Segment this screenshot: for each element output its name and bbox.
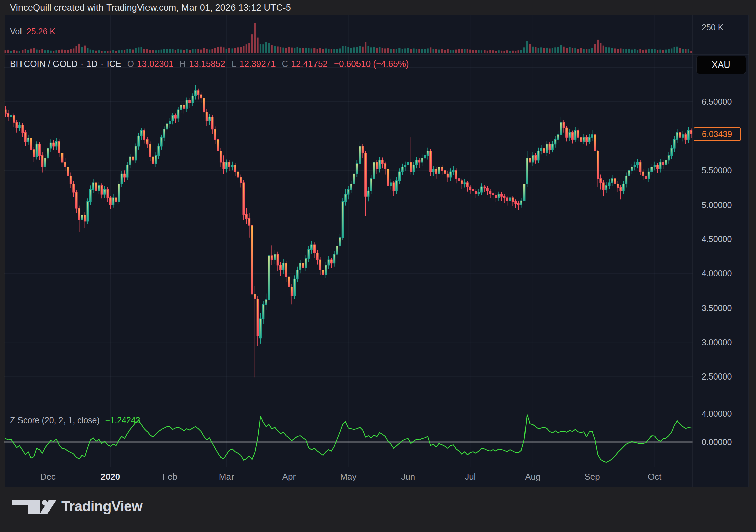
volume-legend-label: Vol (10, 27, 22, 36)
time-axis-label: Jul (465, 472, 476, 482)
tradingview-logo[interactable]: TradingView (12, 498, 142, 515)
currency-unit-button[interactable]: XAU (696, 56, 746, 74)
price-axis-tick: 2.50000 (702, 372, 732, 382)
zscore-legend-label[interactable]: Z Score (20, 2, 1, close) (10, 415, 100, 425)
time-axis-label: Sep (584, 472, 600, 482)
exchange-label: ICE (107, 59, 121, 69)
time-axis-label: Apr (282, 472, 296, 482)
low-value: 12.39271 (239, 59, 276, 69)
time-axis-label: Aug (525, 472, 540, 482)
zscore-axis-tick: 0.00000 (702, 437, 732, 447)
high-label: H (179, 59, 186, 69)
price-axis-tick: 4.50000 (702, 234, 732, 244)
price-axis-tick: 3.00000 (702, 338, 732, 347)
attribution-header: VinceQuill created with TradingView.com,… (10, 3, 291, 13)
open-label: O (127, 59, 134, 69)
chart-canvas[interactable] (0, 0, 756, 532)
symbol-name[interactable]: BITCOIN / GOLD (10, 59, 78, 69)
interval-label[interactable]: 1D (86, 59, 97, 69)
change-value: −0.60510 (−4.65%) (334, 59, 409, 69)
volume-axis-tick: 250 K (702, 23, 723, 32)
high-value: 13.15852 (189, 59, 225, 69)
price-axis-tick: 3.50000 (702, 303, 732, 313)
close-label: C (282, 59, 288, 69)
zscore-legend-value: −1.24243 (105, 415, 140, 425)
volume-legend: Vol 25.26 K (10, 27, 55, 36)
time-axis-label: Mar (219, 472, 234, 482)
time-axis-label: Oct (648, 472, 661, 482)
time-axis-label: 2020 (100, 472, 120, 482)
time-axis-label: Dec (40, 472, 56, 482)
volume-legend-value: 25.26 K (27, 27, 55, 36)
tradingview-logo-text: TradingView (61, 498, 142, 515)
time-axis-label: Feb (162, 472, 177, 482)
symbol-legend: BITCOIN / GOLD · 1D · ICE O 13.02301 H 1… (10, 59, 409, 69)
zscore-axis-tick: 4.00000 (702, 409, 732, 419)
zscore-legend: Z Score (20, 2, 1, close) −1.24243 (10, 415, 140, 425)
tradingview-screenshot: VinceQuill created with TradingView.com,… (0, 0, 756, 532)
price-axis-tick: 6.50000 (702, 97, 732, 107)
last-price-label: 6.03439 (694, 127, 741, 141)
legend-separator-dot: · (81, 59, 84, 69)
open-value: 13.02301 (137, 59, 173, 69)
price-axis-tick: 5.50000 (702, 166, 732, 175)
close-value: 12.41752 (291, 59, 327, 69)
price-axis-tick: 4.00000 (702, 269, 732, 278)
price-axis-tick: 5.00000 (702, 200, 732, 210)
tradingview-logo-icon (12, 499, 56, 514)
legend-separator-dot: · (101, 59, 104, 69)
low-label: L (232, 59, 236, 69)
time-axis-label: May (340, 472, 356, 482)
time-axis-label: Jun (401, 472, 415, 482)
